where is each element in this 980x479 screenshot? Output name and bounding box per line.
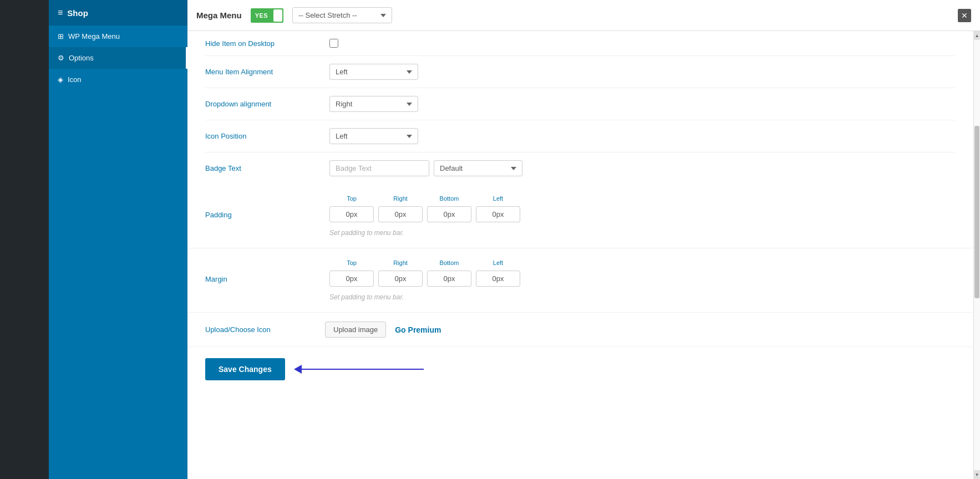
save-section: Save Changes — [187, 347, 973, 398]
close-icon: ✕ — [961, 11, 968, 20]
padding-left-input[interactable] — [476, 206, 520, 222]
padding-bottom-input[interactable] — [427, 206, 471, 222]
scrollbar-up-arrow[interactable]: ▲ — [974, 31, 980, 40]
sidebar-item-wp-mega-menu[interactable]: ⊞ WP Mega Menu — [49, 26, 187, 47]
scrollbar-thumb[interactable] — [974, 126, 979, 298]
padding-top-input[interactable] — [329, 206, 374, 222]
margin-right-input[interactable] — [378, 271, 423, 287]
icon-position-label: Icon Position — [205, 132, 316, 140]
blue-sidebar: ≡ Shop ⊞ WP Mega Menu ⚙ Options ◈ Icon — [49, 0, 187, 479]
menu-item-alignment-row: Menu Item Alignment Left Right Center — [205, 56, 956, 88]
stretch-select[interactable]: -- Select Stretch -- Full Width Containe… — [292, 7, 392, 23]
upload-label: Upload/Choose Icon — [205, 325, 316, 334]
dropdown-alignment-select[interactable]: Left Right Center — [329, 96, 418, 112]
arrow-annotation — [294, 365, 424, 374]
padding-label: Padding — [205, 195, 316, 219]
hide-item-checkbox[interactable] — [329, 39, 338, 48]
margin-bottom-input[interactable] — [427, 271, 471, 287]
yes-toggle[interactable]: YES — [251, 8, 284, 23]
arrow-head — [294, 365, 302, 374]
padding-col-labels: Top Right Bottom Left — [329, 195, 520, 202]
padding-bottom-col-label: Bottom — [427, 195, 471, 202]
margin-hint: Set padding to menu bar. — [329, 293, 520, 301]
margin-left-input[interactable] — [476, 271, 520, 287]
close-button[interactable]: ✕ — [958, 9, 971, 22]
padding-section: Padding Top Right Bottom Left — [187, 184, 973, 248]
sidebar-item-label: WP Mega Menu — [68, 32, 120, 40]
sidebar-item-label: Icon — [68, 75, 82, 84]
toggle-handle — [273, 9, 282, 22]
gear-icon: ⚙ — [58, 54, 64, 62]
hamburger-icon: ≡ — [58, 8, 63, 18]
sidebar-title: Shop — [67, 8, 88, 18]
padding-hint: Set padding to menu bar. — [329, 229, 520, 237]
margin-top-input[interactable] — [329, 271, 374, 287]
margin-label: Margin — [205, 259, 316, 283]
margin-right-col-label: Right — [378, 259, 423, 266]
padding-top-col-label: Top — [329, 195, 374, 202]
menu-item-alignment-label: Menu Item Alignment — [205, 68, 316, 76]
sidebar-item-options[interactable]: ⚙ Options — [49, 47, 187, 69]
dropdown-alignment-row: Dropdown alignment Left Right Center — [205, 88, 956, 120]
save-changes-button[interactable]: Save Changes — [205, 358, 285, 380]
margin-col-labels: Top Right Bottom Left — [329, 259, 520, 266]
padding-inputs: Top Right Bottom Left Set padding to men… — [329, 195, 520, 237]
topbar: Mega Menu YES -- Select Stretch -- Full … — [187, 0, 980, 31]
arrow-line — [302, 369, 424, 370]
go-premium-link[interactable]: Go Premium — [395, 325, 441, 334]
padding-left-col-label: Left — [476, 195, 520, 202]
grid-icon: ⊞ — [58, 32, 64, 40]
scrollbar-track — [974, 40, 980, 470]
form-section: Hide Item on Desktop Menu Item Alignment… — [187, 31, 973, 184]
margin-bottom-col-label: Bottom — [427, 259, 471, 266]
scrollbar-down-arrow[interactable]: ▼ — [974, 470, 980, 479]
margin-inputs: Top Right Bottom Left Set padding to men… — [329, 259, 520, 301]
right-scrollbar[interactable]: ▲ ▼ — [973, 31, 980, 479]
sidebar-item-icon[interactable]: ◈ Icon — [49, 69, 187, 90]
hide-item-row: Hide Item on Desktop — [205, 31, 956, 56]
icon-position-select[interactable]: Left Right — [329, 128, 418, 144]
upload-row: Upload/Choose Icon Upload image Go Premi… — [205, 322, 956, 338]
badge-text-label: Badge Text — [205, 164, 316, 172]
margin-section: Margin Top Right Bottom Left — [187, 248, 973, 313]
icon-position-row: Icon Position Left Right — [205, 120, 956, 152]
upload-section: Upload/Choose Icon Upload image Go Premi… — [187, 313, 973, 347]
margin-row: Margin Top Right Bottom Left — [205, 259, 956, 301]
margin-fields — [329, 271, 520, 287]
upload-image-button[interactable]: Upload image — [325, 322, 386, 338]
menu-item-alignment-select[interactable]: Left Right Center — [329, 64, 418, 80]
dropdown-alignment-label: Dropdown alignment — [205, 100, 316, 108]
badge-text-row: Badge Text Default Red Blue Green Orange — [205, 152, 956, 184]
padding-right-col-label: Right — [378, 195, 423, 202]
topbar-title: Mega Menu — [196, 11, 242, 20]
badge-color-select[interactable]: Default Red Blue Green Orange — [434, 160, 522, 176]
margin-left-col-label: Left — [476, 259, 520, 266]
padding-fields — [329, 206, 520, 222]
content-panel: Hide Item on Desktop Menu Item Alignment… — [187, 31, 973, 479]
dark-sidebar — [0, 0, 49, 479]
margin-top-col-label: Top — [329, 259, 374, 266]
badge-text-input[interactable] — [329, 160, 429, 176]
sidebar-header: ≡ Shop — [49, 0, 187, 26]
main-area: Mega Menu YES -- Select Stretch -- Full … — [187, 0, 980, 479]
diamond-icon: ◈ — [58, 75, 63, 84]
hide-item-label: Hide Item on Desktop — [205, 39, 316, 48]
sidebar-item-label: Options — [69, 54, 94, 62]
padding-right-input[interactable] — [378, 206, 423, 222]
yes-badge: YES — [251, 11, 273, 21]
padding-row: Padding Top Right Bottom Left — [205, 195, 956, 237]
